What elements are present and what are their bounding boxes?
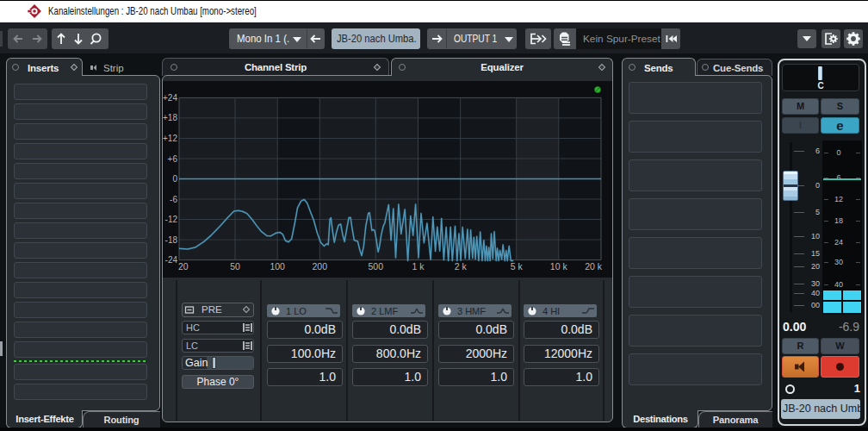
svg-text:2 k: 2 k: [455, 261, 468, 272]
svg-text:-6: -6: [170, 195, 177, 204]
svg-text:5 k: 5 k: [511, 261, 524, 272]
svg-text:20 k: 20 k: [585, 261, 603, 272]
svg-text:100: 100: [270, 261, 285, 272]
svg-text:-12: -12: [165, 215, 178, 224]
svg-text:200: 200: [313, 261, 328, 272]
svg-text:10 k: 10 k: [550, 261, 568, 272]
svg-text:+12: +12: [163, 134, 177, 143]
svg-text:-18: -18: [165, 235, 178, 245]
svg-text:+6: +6: [168, 154, 178, 164]
svg-text:0: 0: [172, 174, 177, 184]
svg-text:+24: +24: [163, 93, 177, 103]
svg-text:50: 50: [230, 261, 240, 272]
svg-text:500: 500: [369, 261, 384, 272]
svg-text:20: 20: [178, 261, 189, 272]
svg-text:1 k: 1 k: [412, 261, 425, 272]
svg-text:+18: +18: [163, 113, 177, 122]
svg-text:-24: -24: [165, 255, 178, 265]
